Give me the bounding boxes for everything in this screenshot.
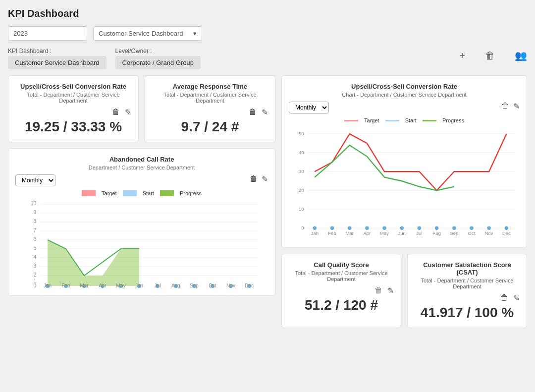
month-label-nov: Nov: [226, 283, 235, 288]
upsell-chart-title: Upsell/Cross-Sell Conversion Rate: [289, 83, 520, 90]
svg-text:10: 10: [299, 206, 304, 212]
abandoned-start-label: Start: [143, 190, 154, 196]
upsell-start-jun: [400, 226, 404, 230]
year-input[interactable]: [8, 26, 87, 41]
upsell-chart-delete-icon[interactable]: 🗑: [501, 102, 509, 111]
kpi-value-box: Customer Service Dashboard: [8, 56, 107, 69]
abandoned-progress-label: Progress: [180, 190, 202, 196]
svg-text:6: 6: [33, 236, 36, 242]
upsell-chart-edit-icon[interactable]: ✎: [513, 102, 520, 111]
svg-text:0: 0: [301, 225, 304, 230]
abandoned-delete-icon[interactable]: 🗑: [250, 174, 258, 184]
abandoned-chart-area: 10 9 8 7 6 5 4 3 2 1 0: [15, 199, 268, 288]
csat-delete-icon[interactable]: 🗑: [500, 293, 508, 303]
right-column: Upsell/Cross-Sell Conversion Rate Chart …: [281, 75, 527, 328]
upsell-start-mar: [348, 226, 352, 230]
upsell-chart-card: Upsell/Cross-Sell Conversion Rate Chart …: [281, 75, 527, 248]
call-quality-card: Call Quality Score Total - Department / …: [281, 254, 401, 328]
page-title: KPI Dashboard: [8, 8, 527, 19]
bottom-cards: Call Quality Score Total - Department / …: [281, 254, 527, 328]
kpi-label: KPI Dashboard :: [8, 48, 107, 55]
response-title: Average Response Time: [152, 83, 268, 90]
dashboard-select[interactable]: Customer Service Dashboard ▾: [93, 26, 202, 41]
svg-text:Feb: Feb: [328, 230, 336, 236]
abandoned-chart-title: Abandoned Call Rate: [15, 156, 268, 163]
upsell-start-may: [382, 226, 386, 230]
upsell-target-line: [315, 134, 506, 190]
response-subtitle: Total - Department / Customer Service De…: [152, 92, 268, 104]
response-time-card: Average Response Time Total - Department…: [145, 75, 275, 142]
users-icon[interactable]: 👥: [515, 50, 527, 61]
upsell-progress-line: [315, 145, 454, 190]
svg-text:Oct: Oct: [468, 230, 476, 236]
csat-edit-icon[interactable]: ✎: [513, 293, 520, 303]
upsell-start-apr: [365, 226, 369, 230]
csat-card: Customer Satisfaction Score (CSAT) Total…: [407, 254, 527, 328]
response-edit-icon[interactable]: ✎: [262, 108, 268, 117]
add-icon[interactable]: +: [459, 50, 465, 61]
upsell-period-select[interactable]: Monthly Weekly Daily: [289, 102, 329, 113]
main-grid: Upsell/Cross-Sell Conversion Rate Total …: [8, 75, 527, 328]
csat-value: 41.917 / 100 %: [415, 305, 520, 321]
svg-text:May: May: [380, 230, 389, 236]
csat-subtitle: Total - Department / Customer Service De…: [415, 278, 520, 289]
delete-icon[interactable]: 🗑: [485, 50, 495, 61]
header-labels: KPI Dashboard : Customer Service Dashboa…: [8, 48, 201, 69]
upsell-delete-icon[interactable]: 🗑: [112, 108, 120, 117]
upsell-start-dec: [505, 226, 509, 230]
svg-text:Mar: Mar: [345, 230, 353, 236]
upsell-start-feb: [330, 226, 334, 230]
upsell-start-aug: [435, 226, 439, 230]
upsell-start-nov: [487, 226, 491, 230]
svg-text:Jun: Jun: [398, 230, 406, 236]
abandoned-target-label: Target: [102, 190, 117, 196]
svg-text:9: 9: [33, 210, 36, 215]
svg-text:10: 10: [31, 201, 37, 206]
svg-text:8: 8: [33, 219, 36, 224]
svg-text:Apr: Apr: [363, 230, 371, 236]
upsell-start-jan: [313, 226, 317, 230]
upsell-start-oct: [470, 226, 474, 230]
upsell-progress-label: Progress: [442, 117, 464, 123]
upsell-card: Upsell/Cross-Sell Conversion Rate Total …: [8, 75, 139, 142]
svg-text:7: 7: [33, 227, 36, 233]
svg-text:Nov: Nov: [485, 230, 493, 236]
svg-text:20: 20: [299, 187, 304, 193]
progress-legend-color: [160, 190, 174, 196]
upsell-title: Upsell/Cross-Sell Conversion Rate: [15, 83, 131, 90]
call-quality-subtitle: Total - Department / Customer Service De…: [289, 270, 394, 282]
month-label-dec: Dec: [245, 283, 254, 288]
month-label-apr: Apr: [99, 283, 107, 288]
toolbar: + 🗑 👥: [459, 50, 527, 61]
svg-text:5: 5: [33, 245, 36, 251]
svg-text:Jul: Jul: [416, 230, 422, 236]
level-label: Level/Owner :: [115, 48, 201, 55]
abandoned-period-select[interactable]: Monthly Weekly Daily: [15, 174, 55, 186]
call-quality-title: Call Quality Score: [289, 261, 394, 269]
svg-text:4: 4: [33, 254, 36, 260]
abandoned-chart-controls: Monthly Weekly Daily 🗑 ✎: [15, 174, 268, 186]
month-label-may: May: [116, 283, 126, 288]
month-label-jul: Jul: [155, 283, 161, 288]
svg-text:Aug: Aug: [432, 230, 441, 236]
upsell-target-legend-color: [344, 120, 358, 121]
start-legend-color: [123, 190, 137, 196]
month-label-sep: Sep: [190, 283, 199, 288]
upsell-chart-controls: Monthly Weekly Daily 🗑 ✎: [289, 102, 520, 113]
call-quality-delete-icon[interactable]: 🗑: [374, 286, 382, 295]
upsell-subtitle: Total - Department / Customer Service De…: [15, 92, 131, 104]
small-cards-row: Upsell/Cross-Sell Conversion Rate Total …: [8, 75, 275, 142]
month-label-oct: Oct: [209, 283, 216, 288]
response-delete-icon[interactable]: 🗑: [249, 108, 257, 117]
svg-text:2: 2: [33, 272, 36, 278]
call-quality-edit-icon[interactable]: ✎: [387, 286, 394, 295]
abandoned-legend: Target Start Progress: [15, 190, 268, 196]
abandoned-edit-icon[interactable]: ✎: [262, 174, 268, 184]
svg-text:3: 3: [33, 263, 36, 269]
upsell-chart-subtitle: Chart - Department / Customer Service De…: [289, 92, 520, 98]
svg-text:30: 30: [299, 168, 304, 174]
abandoned-chart-subtitle: Department / Customer Service Department: [15, 165, 268, 170]
level-value-box: Corporate / Grand Group: [115, 56, 201, 69]
upsell-chart-title-area: Upsell/Cross-Sell Conversion Rate Chart …: [289, 83, 520, 98]
upsell-edit-icon[interactable]: ✎: [125, 108, 131, 117]
